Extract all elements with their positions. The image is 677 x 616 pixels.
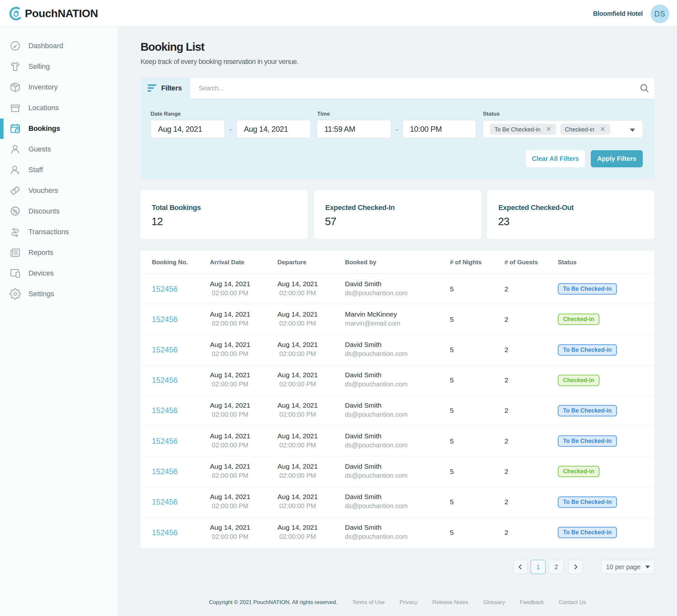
svg-text:$: $ xyxy=(14,230,16,234)
